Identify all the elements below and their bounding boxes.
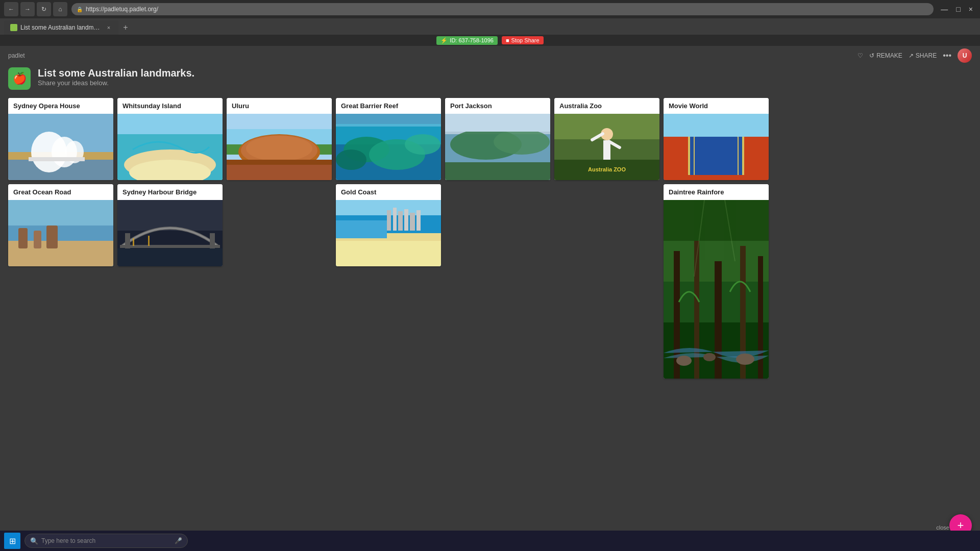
card-column-0: Sydney Opera House Great Ocean Road <box>8 98 113 270</box>
card-australia-zoo[interactable]: Australia Zoo Australia ZOO <box>554 98 659 180</box>
card-column-1: Whitsunday Island Sydney Harbour Bridge <box>117 98 223 270</box>
card-whitsunday-island[interactable]: Whitsunday Island <box>117 98 223 180</box>
tab-bar: List some Australian landmarks. × + <box>0 18 980 35</box>
cards-grid: Sydney Opera House Great Ocean Road <box>8 98 972 383</box>
apple-icon: 🍎 <box>13 72 27 85</box>
svg-point-80 <box>736 354 754 365</box>
card-title-movie-world: Movie World <box>664 98 769 114</box>
card-image-uluru <box>227 114 332 180</box>
stop-icon: ■ <box>506 37 509 43</box>
card-image-great-barrier-reef <box>336 114 441 180</box>
active-tab[interactable]: List some Australian landmarks. × <box>4 20 118 35</box>
card-gold-coast[interactable]: Gold Coast <box>336 184 441 266</box>
svg-rect-22 <box>117 248 223 266</box>
browser-chrome-top: ← → ↻ ⌂ 🔒 https://padletuq.padlet.org/ —… <box>0 0 980 18</box>
maximize-button[interactable]: □ <box>953 5 963 13</box>
stop-share-button[interactable]: ■ Stop Share <box>502 36 544 44</box>
tab-close-icon[interactable]: × <box>105 24 112 31</box>
padlet-app-header: padlet ♡ ↺ REMAKE ↗ SHARE ••• U <box>0 46 980 61</box>
home-button[interactable]: ⌂ <box>53 2 67 16</box>
svg-rect-49 <box>336 241 441 266</box>
card-port-jackson[interactable]: Port Jackson <box>445 98 550 180</box>
card-image-whitsunday-island <box>117 114 223 180</box>
share-id-text: ID: 637-758-1096 <box>450 37 494 43</box>
remake-icon: ↺ <box>869 52 874 59</box>
svg-rect-20 <box>125 233 130 251</box>
user-avatar[interactable]: U <box>958 48 972 63</box>
card-movie-world[interactable]: Movie World <box>664 98 769 180</box>
back-button[interactable]: ← <box>4 2 18 16</box>
card-image-movie-world <box>664 114 769 180</box>
svg-rect-32 <box>227 165 332 180</box>
lightning-icon: ⚡ <box>440 37 448 44</box>
more-options-button[interactable]: ••• <box>943 51 951 60</box>
browser-nav-controls: ← → ↻ ⌂ <box>4 2 67 16</box>
card-uluru[interactable]: Uluru <box>227 98 332 180</box>
svg-rect-43 <box>393 208 397 231</box>
card-column-5: Australia Zoo Australia ZOO <box>554 98 659 184</box>
svg-point-78 <box>676 356 692 366</box>
svg-point-54 <box>494 129 550 155</box>
cards-area: Sydney Opera House Great Ocean Road <box>0 98 980 404</box>
card-title-uluru: Uluru <box>227 98 332 114</box>
svg-rect-23 <box>133 238 134 246</box>
forward-button[interactable]: → <box>20 2 35 16</box>
card-image-port-jackson <box>445 114 550 180</box>
window-controls: — □ × <box>938 5 976 13</box>
page-subtitle: Share your ideas below. <box>38 79 194 87</box>
svg-rect-42 <box>387 210 391 231</box>
svg-point-37 <box>405 134 440 155</box>
card-great-barrier-reef[interactable]: Great Barrier Reef <box>336 98 441 180</box>
card-daintree-rainforest[interactable]: Daintree Rainfore <box>664 184 769 379</box>
svg-rect-74 <box>694 241 699 379</box>
share-id-badge: ⚡ ID: 637-758-1096 <box>436 36 498 45</box>
padlet-title-area: 🍎 List some Australian landmarks. Share … <box>0 61 980 98</box>
svg-rect-55 <box>445 162 550 180</box>
share-icon: ↗ <box>909 52 914 59</box>
padlet-brand-label: padlet <box>8 52 25 59</box>
card-image-great-ocean-road <box>8 200 113 266</box>
reload-button[interactable]: ↻ <box>37 2 51 16</box>
card-title-daintree-rainforest: Daintree Rainfore <box>664 184 769 200</box>
padlet-logo: 🍎 <box>8 67 31 90</box>
share-button[interactable]: ↗ SHARE <box>909 52 937 59</box>
card-title-great-barrier-reef: Great Barrier Reef <box>336 98 441 114</box>
card-great-ocean-road[interactable]: Great Ocean Road <box>8 184 113 266</box>
svg-point-30 <box>246 136 312 161</box>
svg-rect-21 <box>210 233 215 251</box>
new-tab-button[interactable]: + <box>118 20 133 35</box>
address-bar-url: https://padletuq.padlet.org/ <box>86 6 158 13</box>
card-title-sydney-harbour-bridge: Sydney Harbour Bridge <box>117 184 223 200</box>
svg-rect-24 <box>148 236 150 246</box>
card-image-gold-coast <box>336 200 441 266</box>
card-column-4: Port Jackson <box>445 98 550 184</box>
card-title-whitsunday-island: Whitsunday Island <box>117 98 223 114</box>
page-title: List some Australian landmarks. <box>38 67 194 79</box>
card-sydney-opera-house[interactable]: Sydney Opera House <box>8 98 113 180</box>
card-column-3: Great Barrier Reef Gold Coast <box>336 98 441 270</box>
close-window-button[interactable]: × <box>966 5 976 13</box>
svg-rect-46 <box>410 213 415 231</box>
card-sydney-harbour-bridge[interactable]: Sydney Harbour Bridge <box>117 184 223 266</box>
remake-button[interactable]: ↺ REMAKE <box>869 52 902 59</box>
svg-rect-12 <box>46 226 58 248</box>
svg-text:Australia ZOO: Australia ZOO <box>588 166 626 172</box>
svg-rect-39 <box>336 114 441 127</box>
svg-rect-10 <box>18 228 28 248</box>
svg-rect-75 <box>715 261 722 379</box>
card-column-6: Movie World Daintree Rainfore <box>664 98 769 383</box>
minimize-button[interactable]: — <box>938 5 951 13</box>
card-title-port-jackson: Port Jackson <box>445 98 550 114</box>
stop-share-label: Stop Share <box>511 37 540 43</box>
card-image-sydney-harbour-bridge <box>117 200 223 266</box>
heart-icon[interactable]: ♡ <box>857 52 863 59</box>
svg-rect-45 <box>404 209 408 231</box>
svg-point-79 <box>703 353 716 361</box>
padlet-title-text: List some Australian landmarks. Share yo… <box>38 67 194 87</box>
svg-rect-44 <box>398 211 403 231</box>
card-title-gold-coast: Gold Coast <box>336 184 441 200</box>
card-image-sydney-opera-house <box>8 114 113 180</box>
svg-rect-50 <box>336 220 387 238</box>
tab-title: List some Australian landmarks. <box>20 24 102 31</box>
tab-favicon <box>10 24 17 31</box>
